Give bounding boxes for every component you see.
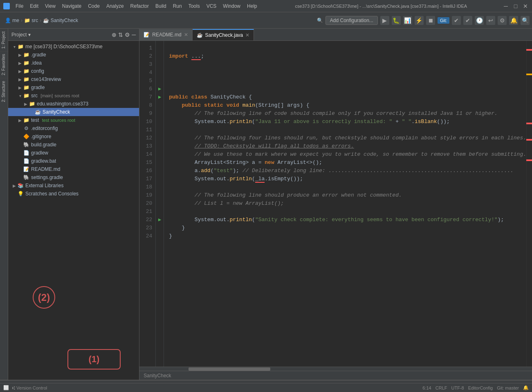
project-panel: Project ▾ ⊕ ⇅ ⚙ ─ ▾ 📁 me [cse373] D:\Sch… [8, 29, 139, 380]
menu-tools[interactable]: Tools [186, 2, 202, 10]
project-panel-title: Project ▾ [11, 32, 109, 38]
breadcrumb-src[interactable]: 📁 src [24, 18, 38, 23]
favorites-tab[interactable]: 2: Favorites [0, 51, 8, 78]
menu-build[interactable]: Build [153, 2, 169, 10]
status-git[interactable]: ⑆ Version Control [12, 385, 47, 390]
add-configuration-button[interactable]: Add Configuration... [325, 16, 378, 25]
notifications-icon: 🔔 [523, 385, 529, 390]
method-fold-arrow[interactable]: ▶ [156, 93, 164, 101]
menu-file[interactable]: File [13, 2, 26, 10]
sanitycheck-tab-close[interactable]: ✕ [245, 32, 249, 38]
breadcrumb-toolbar: 👤 me › 📁 src › ☕ SanityCheck [2, 17, 81, 24]
tree-item-src[interactable]: ▾ 📁 src [main] sources root [8, 92, 139, 100]
menu-refactor[interactable]: Refactor [128, 2, 151, 10]
code-editor: 12345 678910 1112131415 1617181920 21222… [139, 41, 532, 367]
editor-scrollbar-thumb[interactable] [189, 367, 270, 371]
error-indicator-3 [526, 123, 532, 124]
tree-item-readme[interactable]: 📝 README.md [8, 165, 139, 173]
breadcrumb-sanitycheck-label: SanityCheck [144, 373, 171, 379]
tree-item-test[interactable]: ▶ 📁 test test sources root [8, 116, 139, 124]
tree-item-scratches[interactable]: 💡 Scratches and Consoles [8, 190, 139, 198]
right-error-gutter [526, 41, 532, 367]
class-fold-arrow[interactable]: ▶ [156, 85, 164, 93]
tree-item-gitignore[interactable]: 🔶 .gitignore [8, 132, 139, 141]
tree-item-settings-gradle[interactable]: 🐘 settings.gradle [8, 173, 139, 181]
tab-sanitycheck[interactable]: ☕ SanityCheck.java ✕ [193, 29, 254, 40]
left-side-tabs: 1: Project 2: Favorites 2: Structure [0, 29, 8, 380]
tree-item-gradlew-bat[interactable]: 📄 gradlew.bat [8, 157, 139, 165]
menu-view[interactable]: View [43, 2, 58, 10]
menu-analyze[interactable]: Analyze [104, 2, 126, 10]
breadcrumb-sanitycheck[interactable]: ☕ SanityCheck [43, 18, 78, 23]
window-controls: ─ □ ✕ [503, 3, 529, 9]
editor-scrollbar[interactable] [139, 367, 532, 371]
readme-tab-label: README.md [152, 32, 181, 38]
status-vcs[interactable]: Git: master [497, 385, 519, 390]
menu-navigate[interactable]: Navigate [60, 2, 84, 10]
tree-item-gradle-folder[interactable]: ▶ 📁 gradle [8, 83, 139, 92]
close-button[interactable]: ✕ [522, 3, 529, 9]
git-rollback-button[interactable]: ↩ [486, 16, 495, 25]
git-commit-button[interactable]: ✔ [452, 16, 461, 25]
menu-help[interactable]: Help [245, 2, 260, 10]
status-indent[interactable]: EditorConfig [468, 385, 493, 390]
method-end-fold[interactable]: ▶ [156, 216, 164, 224]
error-indicator-2 [526, 74, 532, 75]
status-notifications-icon: ⬜ [3, 385, 9, 390]
git-history-button[interactable]: 🕐 [475, 16, 484, 25]
minimize-button[interactable]: ─ [503, 3, 509, 9]
search-icon: 🔍 [317, 18, 323, 23]
project-tab[interactable]: 1: Project [0, 29, 8, 51]
sanitycheck-tab-label: SanityCheck.java [205, 32, 243, 38]
run-button[interactable]: ▶ [380, 16, 389, 25]
structure-tab[interactable]: 2: Structure [0, 78, 8, 105]
find-button[interactable]: 🔍 [521, 16, 530, 25]
panel-icon-minimize[interactable]: ─ [132, 31, 136, 38]
debug-button[interactable]: 🐛 [392, 16, 401, 25]
git-badge: Git: [438, 17, 449, 24]
menu-run[interactable]: Run [171, 2, 184, 10]
app-icon [3, 3, 10, 9]
profile-button[interactable]: ⚡ [415, 16, 424, 25]
menu-window[interactable]: Window [220, 2, 243, 10]
panel-icon-gear[interactable]: ⚙ [125, 31, 130, 38]
tree-item-idea[interactable]: ▶ 📁 .idea [8, 59, 139, 67]
tree-item-build-gradle[interactable]: 🐘 build.gradle [8, 141, 139, 149]
window-title: cse373 [D:\School\CSE373\me] - ...\src\S… [260, 4, 503, 9]
maximize-button[interactable]: □ [512, 3, 519, 9]
stop-button[interactable]: ⏹ [426, 16, 435, 25]
git-push-button[interactable]: ✔ [463, 16, 472, 25]
panel-icon-scroll[interactable]: ⇅ [118, 31, 123, 38]
panel-icon-add[interactable]: ⊕ [112, 31, 117, 38]
settings-button[interactable]: ⚙ [498, 16, 507, 25]
toolbar: 👤 me › 📁 src › ☕ SanityCheck 🔍 Add Confi… [0, 12, 532, 29]
code-gutter: ▶ ▶ ▶ [156, 41, 164, 367]
tree-item-root[interactable]: ▾ 📁 me [cse373] D:\School\CSE373\me [8, 43, 139, 51]
tree-item-gradle[interactable]: ▶ 📁 .gradle [8, 51, 139, 59]
line-numbers: 12345 678910 1112131415 1617181920 21222… [139, 41, 156, 367]
menu-code[interactable]: Code [85, 2, 102, 10]
tree-item-gradlew[interactable]: 📄 gradlew [8, 149, 139, 157]
tree-item-external-libs[interactable]: ▶ 📚 External Libraries [8, 181, 139, 190]
breadcrumb-me[interactable]: 👤 me [5, 18, 19, 23]
coverage-button[interactable]: 📊 [403, 16, 412, 25]
editor-area: 📝 README.md ✕ ☕ SanityCheck.java ✕ 12345… [139, 29, 532, 380]
status-encoding[interactable]: UTF-8 [451, 385, 464, 390]
readme-tab-close[interactable]: ✕ [184, 32, 188, 38]
tree-item-cse143review[interactable]: ▶ 📁 cse143review [8, 75, 139, 83]
file-tree: ▾ 📁 me [cse373] D:\School\CSE373\me ▶ 📁 … [8, 41, 139, 380]
code-content[interactable]: import ...; public class SanityCheck { p… [164, 41, 526, 367]
status-line-col: 6:14 [422, 385, 431, 390]
tree-item-edu[interactable]: ▶ 📁 edu.washington.cse373 [8, 100, 139, 108]
project-panel-header: Project ▾ ⊕ ⇅ ⚙ ─ [8, 29, 139, 41]
tree-item-sanitycheck[interactable]: ☕ SanityCheck [8, 108, 139, 116]
tab-readme[interactable]: 📝 README.md ✕ [139, 29, 192, 40]
status-line-ending[interactable]: CRLF [435, 385, 447, 390]
notifications-button[interactable]: 🔔 [509, 16, 518, 25]
error-indicator-1 [526, 49, 532, 51]
tree-item-config[interactable]: ▶ 📁 config [8, 67, 139, 75]
menu-edit[interactable]: Edit [27, 2, 41, 10]
menu-vcs[interactable]: VCS [204, 2, 219, 10]
editor-tabs: 📝 README.md ✕ ☕ SanityCheck.java ✕ [139, 29, 532, 41]
tree-item-editorconfig[interactable]: ⚙ .editorconfig [8, 124, 139, 132]
